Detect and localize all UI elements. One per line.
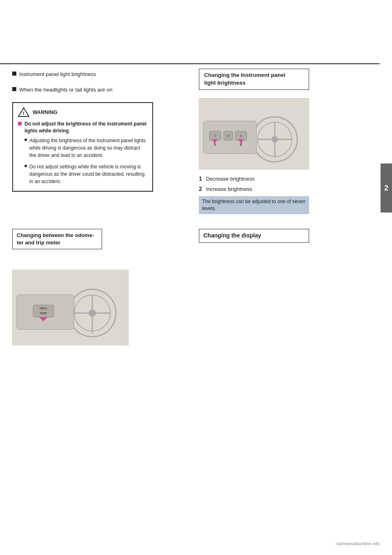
bullet-dot-2 <box>24 165 27 167</box>
instrument-header-text: Changing the Instrument panellight brigh… <box>204 72 285 86</box>
odometer-svg: ODO TRIP <box>13 270 129 345</box>
num-item-1: 1 Decrease brightness <box>199 174 309 184</box>
warning-bullet2: Do not adjust settings while the vehicle… <box>18 163 147 185</box>
warning-triangle-icon: ! <box>18 107 29 117</box>
odometer-header-box: Changing between the odome-ter and trip … <box>12 229 102 249</box>
svg-point-26 <box>89 309 96 317</box>
inst-left-label1: Instrument panel light brightness <box>19 70 96 78</box>
display-header-box: Changing the display <box>199 229 309 243</box>
warning-box: ! WARNING Do not adjust the brightness o… <box>12 102 153 192</box>
warning-title: WARNING <box>33 110 57 115</box>
warning-bullet1-text: Adjusting the brightness of the instrume… <box>29 137 147 159</box>
numbered-items: 1 Decrease brightness 2 Increase brightn… <box>199 174 309 194</box>
note-box: The brightness can be adjusted to one of… <box>199 196 309 214</box>
warning-bullet2-text: Do not adjust settings while the vehicle… <box>29 163 147 185</box>
footer: carmanualsonline.info <box>336 541 380 546</box>
svg-text:∧: ∧ <box>239 133 243 138</box>
num-1: 1 <box>199 175 202 182</box>
instrument-header-box: Changing the Instrument panellight brigh… <box>199 69 309 90</box>
page-container: 2 Changing the Instrument panellight bri… <box>0 0 392 555</box>
pink-square-bullet <box>18 122 22 125</box>
svg-text:✓: ✓ <box>214 133 217 138</box>
display-header-text: Changing the display <box>203 232 261 239</box>
num-1-desc: Decrease brightness <box>206 176 254 182</box>
side-tab-number: 2 <box>384 184 388 192</box>
top-rule <box>0 63 380 64</box>
side-tab: 2 <box>381 163 392 213</box>
svg-text:ODO: ODO <box>40 307 47 310</box>
warning-pink-label: Do not adjust the brightness of the inst… <box>24 121 147 134</box>
note-text: The brightness can be adjusted to one of… <box>202 199 305 211</box>
svg-text:⟳: ⟳ <box>227 134 230 138</box>
bullet-dot-1 <box>24 139 27 141</box>
svg-point-5 <box>272 136 278 143</box>
inst-text1: Instrument panel light brightness <box>12 70 155 78</box>
inst-text2: When the headlights or tail lights are o… <box>12 86 155 94</box>
num-2-desc: Increase brightness <box>206 186 252 192</box>
num-2: 2 <box>199 186 202 192</box>
num-item-2: 2 Increase brightness <box>199 184 309 194</box>
black-square-bullet-1 <box>12 72 16 76</box>
warning-header: ! WARNING <box>18 107 147 117</box>
black-square-bullet-2 <box>12 87 16 91</box>
inst-left-label2: When the headlights or tail lights are o… <box>19 86 112 94</box>
car-image-odometer: ODO TRIP <box>12 270 129 345</box>
svg-text:TRIP: TRIP <box>40 311 47 315</box>
car-image-instrument: ✓ ⟳ ∧ 1 2 <box>199 98 309 170</box>
dashboard-svg: ✓ ⟳ ∧ 1 2 <box>199 98 309 170</box>
footer-url: carmanualsonline.info <box>336 541 380 546</box>
warning-bullet1: Adjusting the brightness of the instrume… <box>18 137 147 159</box>
svg-text:!: ! <box>23 110 24 116</box>
odometer-header-text: Changing between the odome-ter and trip … <box>17 232 94 246</box>
warning-pink-section: Do not adjust the brightness of the inst… <box>18 121 147 134</box>
